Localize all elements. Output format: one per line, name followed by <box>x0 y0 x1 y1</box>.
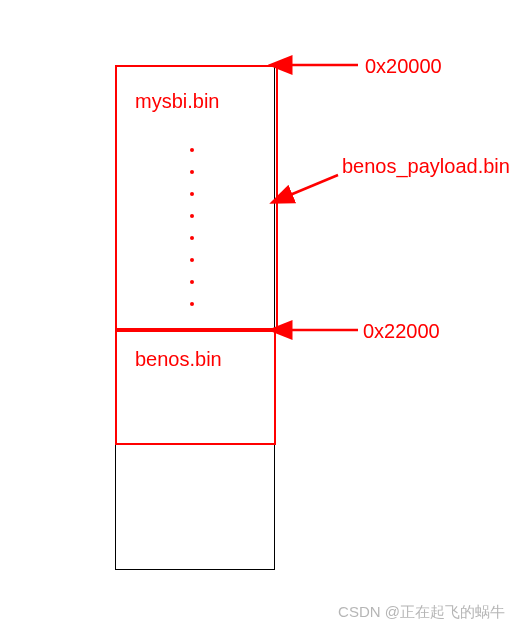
label-address-top: 0x20000 <box>365 55 442 78</box>
memory-layout-diagram: mysbi.bin benos.bin 0x20000 benos_payloa… <box>0 0 523 636</box>
label-payload: benos_payload.bin <box>342 155 510 178</box>
label-address-mid: 0x22000 <box>363 320 440 343</box>
watermark-text: CSDN @正在起飞的蜗牛 <box>338 603 505 622</box>
arrow-to-payload <box>290 175 338 195</box>
label-benos: benos.bin <box>135 348 222 371</box>
ellipsis-dots <box>190 130 194 324</box>
label-mysbi: mysbi.bin <box>135 90 219 113</box>
